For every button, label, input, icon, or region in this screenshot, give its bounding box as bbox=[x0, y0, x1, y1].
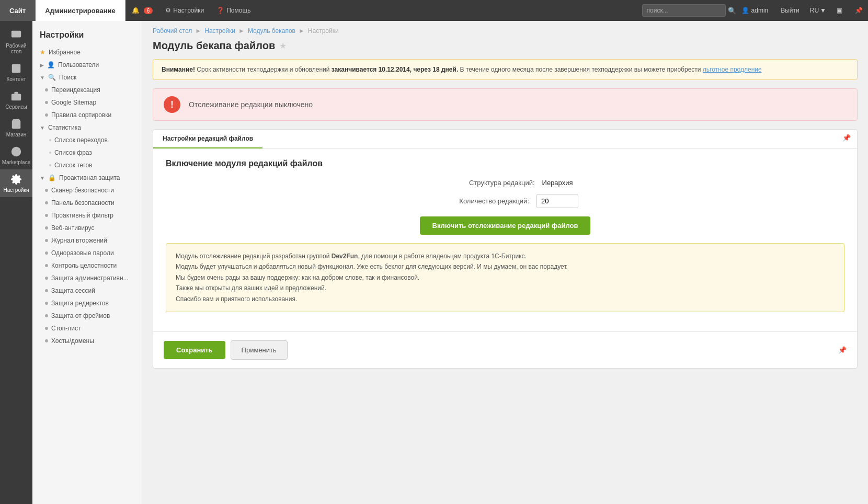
sidebar-item-phrases[interactable]: Список фраз bbox=[38, 146, 142, 159]
sidebar-item-stoplist[interactable]: Стоп-лист bbox=[38, 322, 142, 335]
search-area: 🔍 bbox=[642, 4, 736, 17]
page-title: Модуль бекапа файлов bbox=[153, 40, 275, 52]
sidebar-item-users[interactable]: ▶ 👤 Пользователи bbox=[32, 59, 142, 71]
save-button[interactable]: Сохранить bbox=[164, 341, 225, 359]
sidebar-item-search-section[interactable]: ▼ 🔍 Поиск bbox=[32, 71, 142, 84]
sidebar-item-antivirus[interactable]: Веб-антивирус bbox=[38, 222, 142, 234]
bullet-icon bbox=[45, 214, 48, 217]
info-line-4: Также мы открыты для ваших идей и предло… bbox=[176, 283, 835, 293]
sidebar-item-session-protect[interactable]: Защита сессий bbox=[38, 284, 142, 297]
structure-row: Структура редакций: Иерархия bbox=[166, 179, 844, 187]
desktop-icon bbox=[10, 29, 22, 41]
info-line-5: Спасибо вам и приятного использования. bbox=[176, 294, 835, 304]
bullet-icon bbox=[45, 264, 48, 267]
main-card: Настройки редакций файлов 📌 Включение мо… bbox=[153, 129, 858, 369]
services-icon bbox=[10, 90, 22, 102]
enable-tracking-button[interactable]: Включить отслеживание редакций файлов bbox=[420, 216, 591, 235]
breadcrumb-sep-2: ► bbox=[238, 27, 245, 35]
bell-icon: 🔔 bbox=[132, 7, 140, 14]
structure-label: Структура редакций: bbox=[438, 179, 542, 187]
card-section-enable: Включение модуля редакций файлов Структу… bbox=[153, 148, 857, 331]
arrow-right-icon: ▶ bbox=[40, 62, 44, 68]
top-navigation: Сайт Администрирование 🔔 6 ⚙ Настройки ❓… bbox=[0, 0, 868, 21]
warning-suffix-text: В течение одного месяца после завершения… bbox=[460, 66, 703, 73]
window-icon[interactable]: ▣ bbox=[831, 7, 848, 14]
sidebar-item-google-sitemap[interactable]: Google Sitemap bbox=[38, 96, 142, 109]
search-section-icon: 🔍 bbox=[48, 74, 56, 81]
sidebar-item-security-panel[interactable]: Панель безопасности bbox=[38, 197, 142, 209]
tab-pin-icon[interactable]: 📌 bbox=[836, 130, 857, 148]
count-label: Количество редакций: bbox=[432, 197, 536, 205]
user-section-icon: 👤 bbox=[47, 61, 55, 68]
help-button[interactable]: ❓ Помощь bbox=[210, 0, 257, 21]
svg-rect-1 bbox=[12, 64, 21, 73]
tab-file-revisions-settings[interactable]: Настройки редакций файлов bbox=[153, 130, 262, 148]
warning-link[interactable]: льготное продление bbox=[703, 66, 762, 73]
user-icon: 👤 bbox=[741, 7, 749, 14]
breadcrumb-current: Настройки bbox=[308, 27, 339, 35]
site-tab[interactable]: Сайт bbox=[0, 0, 36, 21]
icon-sidebar: Рабочий стол Контент Сервисы Магазин Mar… bbox=[0, 21, 32, 504]
svg-rect-5 bbox=[12, 94, 21, 100]
sidebar-item-hosts[interactable]: Хосты/домены bbox=[38, 335, 142, 347]
sidebar-item-security-scanner[interactable]: Сканер безопасности bbox=[38, 184, 142, 197]
search-input[interactable] bbox=[642, 4, 726, 17]
notifications-button[interactable]: 🔔 6 bbox=[125, 0, 159, 21]
bullet-icon bbox=[45, 239, 48, 242]
sidebar-item-settings[interactable]: Настройки bbox=[0, 169, 32, 197]
sidebar-item-desktop[interactable]: Рабочий стол bbox=[0, 25, 32, 59]
star-icon: ★ bbox=[40, 49, 45, 56]
pin-icon[interactable]: 📌 bbox=[850, 7, 868, 14]
language-selector[interactable]: RU ▼ bbox=[807, 7, 829, 14]
breadcrumb-settings[interactable]: Настройки bbox=[204, 27, 235, 35]
settings-nav-button[interactable]: ⚙ Настройки bbox=[159, 0, 210, 21]
logout-button[interactable]: Выйти bbox=[775, 7, 805, 14]
settings-icon bbox=[10, 174, 22, 185]
sidebar-item-services[interactable]: Сервисы bbox=[0, 86, 32, 114]
breadcrumb-desktop[interactable]: Рабочий стол bbox=[153, 27, 192, 35]
admin-tab[interactable]: Администрирование bbox=[36, 0, 125, 21]
bullet-icon bbox=[45, 113, 48, 117]
bullet-icon bbox=[45, 277, 48, 280]
section-title: Включение модуля редакций файлов bbox=[166, 159, 844, 168]
sidebar-item-frame-protect[interactable]: Защита от фреймов bbox=[38, 310, 142, 322]
warning-prefix: Внимание! bbox=[162, 66, 195, 73]
warning-banner: Внимание! Срок активности техподдержки и… bbox=[153, 59, 858, 80]
notification-badge: 6 bbox=[144, 7, 153, 14]
warning-text: Срок активности техподдержки и обновлени… bbox=[197, 66, 331, 73]
breadcrumb-backup-module[interactable]: Модуль бекапов bbox=[248, 27, 295, 35]
arrow-down-icon: ▼ bbox=[40, 75, 45, 81]
shop-icon bbox=[10, 118, 22, 130]
content-icon bbox=[10, 63, 22, 74]
sidebar-item-stats-section[interactable]: ▼ Статистика bbox=[32, 121, 142, 134]
gear-icon: ⚙ bbox=[165, 7, 171, 14]
info-line-1: Модуль отслеживание редакций разработан … bbox=[176, 251, 835, 261]
apply-button[interactable]: Применить bbox=[231, 340, 288, 360]
breadcrumb-sep-3: ► bbox=[299, 27, 305, 35]
sidebar-item-integrity[interactable]: Контроль целостности bbox=[38, 259, 142, 272]
sidebar-item-transitions[interactable]: Список переходов bbox=[38, 134, 142, 146]
marketplace-icon bbox=[10, 146, 22, 157]
count-input[interactable] bbox=[536, 194, 578, 208]
sidebar-item-marketplace[interactable]: Marketplace bbox=[0, 142, 32, 169]
bullet-icon bbox=[45, 314, 48, 317]
sidebar-item-otp[interactable]: Одноразовые пароли bbox=[38, 247, 142, 259]
sidebar-item-tags[interactable]: Список тегов bbox=[38, 159, 142, 171]
sidebar-item-proactive-section[interactable]: ▼ 🔒 Проактивная защита bbox=[32, 171, 142, 184]
count-row: Количество редакций: bbox=[166, 194, 844, 208]
sidebar-item-sort-rules[interactable]: Правила сортировки bbox=[38, 109, 142, 121]
bullet-icon bbox=[45, 189, 48, 192]
footer-pin-icon[interactable]: 📌 bbox=[838, 346, 847, 354]
sidebar-item-reindex[interactable]: Переиндексация bbox=[38, 84, 142, 96]
sidebar-item-redirect-protect[interactable]: Защита редиректов bbox=[38, 297, 142, 310]
favorite-star-icon[interactable]: ★ bbox=[279, 41, 287, 51]
user-profile[interactable]: 👤 admin bbox=[736, 7, 774, 14]
sidebar-item-shop[interactable]: Магазин bbox=[0, 114, 32, 142]
sidebar-item-proactive-filter[interactable]: Проактивный фильтр bbox=[38, 209, 142, 222]
sidebar-item-intrusion-log[interactable]: Журнал вторжений bbox=[38, 234, 142, 247]
sidebar-item-favorites[interactable]: ★ Избранное bbox=[32, 46, 142, 59]
bullet-small-icon bbox=[49, 139, 51, 141]
sidebar-item-admin-protect[interactable]: Защита административн... bbox=[38, 272, 142, 284]
sidebar-item-content[interactable]: Контент bbox=[0, 59, 32, 86]
lock-icon: 🔒 bbox=[48, 174, 56, 181]
